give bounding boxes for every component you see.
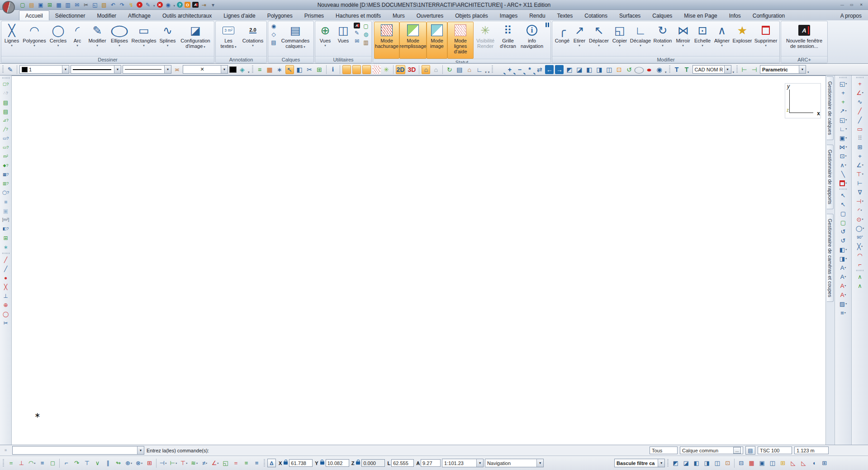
arc-logo-icon[interactable]: A — [192, 2, 199, 8]
visibilite-render-button[interactable]: ✳Visibilité Render — [474, 22, 497, 59]
pan-icon[interactable]: ⇄ — [535, 65, 544, 74]
tab-outils-architecturaux[interactable]: Outils architecturaux — [157, 11, 218, 20]
view-cube-2-icon[interactable]: ◪ — [575, 65, 583, 74]
linetype-combo-dropdown-icon[interactable]: ▼ — [114, 66, 121, 73]
snap-endpoint-icon[interactable]: ╱ — [1, 255, 10, 264]
info-circle-icon[interactable]: i — [329, 65, 337, 74]
palette-icon[interactable]: ▦ — [266, 65, 274, 74]
align-icon[interactable]: ∧ — [840, 162, 844, 168]
ellipse-filled-icon[interactable]: ● — [645, 65, 654, 74]
toolbar-grip[interactable] — [2, 66, 4, 74]
fill-style-icon[interactable]: ◈ — [238, 65, 247, 74]
mirror-icon-dropdown[interactable]: ▾ — [845, 146, 847, 148]
dim-vertical-icon[interactable]: ⊢ — [857, 180, 862, 186]
section-area-icon[interactable]: ▥? — [1, 179, 10, 188]
draw-point-icon[interactable]: + — [858, 81, 862, 87]
measure-angle-icon-dropdown[interactable]: ▾ — [862, 164, 863, 166]
panel-tab-gestionnaire-de-calques[interactable]: Gestionnaire de calques — [827, 76, 834, 140]
commandes-calques-button[interactable]: ▤Commandes calques▾ — [278, 22, 313, 56]
etirer-button[interactable]: ↗Etirer▾ — [571, 22, 588, 56]
slope-query-icon[interactable]: ╱? — [1, 125, 10, 134]
select-snap-icon[interactable]: ↖ — [841, 202, 846, 207]
axis-cross-icon[interactable]: + — [858, 153, 862, 159]
hatch-pattern-combo[interactable]: ✕▼ — [183, 65, 228, 74]
tab-modifier[interactable]: Modifier — [91, 11, 122, 20]
tangent-tool-icon[interactable]: ◯ — [856, 226, 863, 231]
circle-tool-icon-dropdown[interactable]: ▾ — [862, 218, 863, 221]
guide-eq1-icon[interactable]: = — [234, 460, 238, 466]
tab-configuration[interactable]: Configuration — [747, 11, 791, 20]
tab-lignes-d-aide[interactable]: Lignes d'aide — [218, 11, 261, 20]
view-back-icon[interactable]: ◫ — [712, 458, 722, 468]
explode-wand-icon[interactable]: ╲ — [841, 171, 845, 177]
exploser-button[interactable]: ★Exploser — [731, 22, 753, 56]
table-icon[interactable]: ⊞ — [1, 234, 10, 242]
select-window2-icon[interactable]: ▢ — [840, 220, 846, 226]
cube-minus-icon[interactable]: ◨ — [840, 256, 845, 262]
stretch-icon[interactable]: ↗ — [840, 108, 845, 114]
next-zoom-icon[interactable]: → — [555, 65, 564, 74]
guide-eq3-icon[interactable]: ≡ — [255, 460, 259, 466]
tab-cotations[interactable]: Cotations — [579, 11, 613, 20]
ellipse-outline-icon[interactable]: ◯ — [635, 65, 644, 74]
z-coordinate-field[interactable]: 0.000 — [361, 459, 385, 467]
y-coordinate-field[interactable]: 10.082 — [326, 459, 349, 467]
guides-display-icon[interactable] — [372, 65, 381, 74]
splines-button[interactable]: ∿Splines▾ — [157, 22, 178, 56]
print-icon[interactable]: ▦ — [55, 1, 62, 9]
cursor-select-icon[interactable]: ↖ — [285, 65, 294, 74]
tab-infos[interactable]: Infos — [723, 11, 747, 20]
visibility-icon-dropdown[interactable]: ▾ — [174, 4, 175, 9]
param-constraint-icon[interactable]: ⊢ — [740, 65, 749, 74]
plan-area-icon[interactable]: ▦? — [1, 170, 10, 179]
copier-button[interactable]: ◱Copier▾ — [610, 22, 629, 56]
view-cube-4-icon[interactable]: ◨ — [595, 65, 603, 74]
text-style-icon[interactable]: T — [673, 65, 681, 74]
point-query-icon[interactable]: ∴? — [1, 89, 10, 98]
angle-90-icon[interactable]: 90° — [857, 235, 863, 240]
mirror-icon[interactable]: ⋈ — [839, 144, 845, 150]
tab-images[interactable]: Images — [494, 11, 523, 20]
guide-arc-icon[interactable]: ◠ — [28, 460, 33, 466]
tab-surfaces[interactable]: Surfaces — [613, 11, 646, 20]
layer-combo[interactable]: 1▼ — [19, 65, 69, 74]
mode-image-button[interactable]: Mode image — [427, 22, 447, 59]
guide-project-icon[interactable]: ↬ — [116, 460, 121, 466]
id-query-icon[interactable]: ▢? — [1, 80, 10, 89]
text-select-icon[interactable]: A — [840, 265, 844, 271]
mode-hachurage-button[interactable]: Mode hachurage — [374, 22, 399, 59]
guide-offset-icon[interactable]: ≡ — [41, 460, 44, 466]
cercles-button[interactable]: ◯Cercles▾ — [47, 22, 69, 56]
tangent-tool-icon-dropdown[interactable]: ▾ — [863, 227, 864, 230]
guide-dim1-icon-dropdown[interactable]: ▾ — [165, 462, 166, 465]
image-display-icon[interactable] — [362, 65, 371, 74]
app-logo[interactable] — [2, 1, 15, 14]
guide-grid-icon[interactable]: ⊞ — [147, 460, 152, 466]
tab-rendu[interactable]: Rendu — [523, 11, 551, 20]
guide-dim2-icon-dropdown[interactable]: ▾ — [175, 462, 177, 465]
pen-icon[interactable]: ✎ — [144, 1, 152, 9]
guide-attach-icon-dropdown[interactable]: ▾ — [131, 462, 132, 465]
scale-icon[interactable]: ⊡ — [840, 153, 845, 159]
ucs-axis-icon[interactable]: ∟ — [475, 65, 484, 74]
snap-cut-icon[interactable]: ✂ — [1, 319, 10, 327]
panel-tab-gestionnaire-de-rapports[interactable]: Gestionnaire de rapports — [827, 145, 834, 209]
lasso-remove-icon[interactable]: ↺ — [841, 238, 846, 244]
visibility-eye-icon[interactable]: ◉ — [655, 65, 664, 74]
layer-filter-field[interactable]: Tous — [650, 446, 678, 454]
tab-polygones[interactable]: Polygones — [261, 11, 299, 20]
height-query-icon[interactable]: ⊿? — [1, 116, 10, 125]
rcol2-divider[interactable] — [856, 270, 863, 271]
cad-name-combo-dropdown-icon[interactable]: ▼ — [724, 66, 731, 73]
guide-dim3-icon[interactable]: ⊤ — [180, 460, 185, 466]
mode-lignes-aide-button[interactable]: Mode lignes d'aide — [447, 22, 474, 59]
view-cube-1-icon[interactable]: ◩ — [565, 65, 574, 74]
line-settings-icon[interactable]: ≍ — [173, 65, 181, 74]
toolbar-grip[interactable] — [492, 66, 493, 74]
roof-icon[interactable]: ∧ — [858, 274, 862, 280]
guide-free-icon[interactable]: ◻ — [50, 460, 55, 466]
delta-toggle-button[interactable]: Δ — [267, 459, 276, 467]
surface-total-icon[interactable]: [m²] — [1, 216, 10, 224]
mirroir-button[interactable]: ⋈Mirroir▾ — [674, 22, 693, 56]
modifier-button[interactable]: ✎Modifier▾ — [86, 22, 109, 56]
